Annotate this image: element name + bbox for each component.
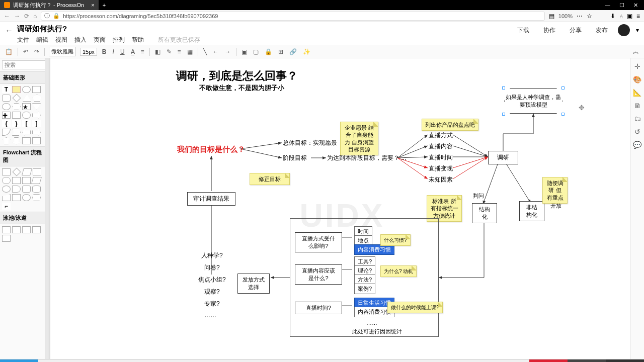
menu-icon[interactable]: ≡ [636,13,640,20]
plus-shape[interactable] [12,112,21,119]
bookmark-icon[interactable]: ☆ [587,13,592,20]
review-box[interactable]: 审计调查结果 [187,192,235,206]
q3-note[interactable]: 做什么的时候能上课? [387,302,443,313]
tri-down-shape[interactable] [32,103,41,110]
fc-store[interactable] [22,186,31,193]
structured-box[interactable]: 结构化 [472,203,497,223]
magic-icon[interactable]: ✨ [302,48,311,55]
home-icon[interactable]: ⌂ [33,13,37,20]
underline-icon[interactable]: U [119,48,126,55]
nav-icon[interactable]: ✛ [634,62,640,70]
front-icon[interactable]: ▣ [240,48,248,55]
footer-note[interactable]: 此处可进行因因统计 [352,328,402,335]
q1-box[interactable]: 直播方式受什么影响? [295,232,342,252]
star-shape[interactable]: ★ [22,103,31,110]
align-icon[interactable]: ≡ [140,48,145,55]
library-icon[interactable]: ⑃ [619,13,623,20]
corner-shape[interactable] [22,137,31,144]
canvas[interactable]: UIDX [50,58,630,359]
publish-button[interactable]: 发布 [592,25,612,36]
font-color-icon[interactable]: A̲ [130,48,136,55]
collab-button[interactable]: 协作 [539,25,559,36]
measure-icon[interactable]: 📐 [633,88,641,97]
download-icon[interactable]: ⬇ [610,13,615,20]
q3-box[interactable]: 直播时间? [295,302,342,314]
q2-box[interactable]: 直播内容应该是什么? [295,264,342,285]
font-select[interactable]: 微软雅黑 [49,47,76,56]
fc-data[interactable] [31,177,42,184]
fc-card[interactable] [12,194,21,201]
close-window-icon[interactable]: ✕ [633,2,638,9]
branch-4[interactable]: 未知因素 [429,175,453,184]
q2-d[interactable]: 案例? [354,284,375,294]
branch-3[interactable]: 直播变现 [429,164,453,173]
branch-1[interactable]: 直播内容 [429,142,453,151]
goal-label[interactable]: 我们的目标是什么？ [177,145,245,154]
ellipse-shape[interactable] [2,103,11,110]
avatar-chevron-icon[interactable]: ▾ [636,27,639,34]
lane-pool[interactable] [32,226,41,233]
arrow-r-shape[interactable] [32,112,41,119]
fc-io[interactable] [22,168,32,175]
menu-help[interactable]: 帮助 [132,36,144,44]
diagram-subtitle[interactable]: 不敢做生意，不是因为胆子小 [199,83,284,93]
chevron-shape[interactable] [12,129,21,136]
lane-v[interactable] [12,226,21,233]
fc-predef[interactable] [33,168,41,175]
hex-wrap[interactable]: 如果是人种学调查，需要预设模型 [504,88,562,114]
resize-handle-sw[interactable] [502,113,505,116]
layers-icon[interactable]: 🗂 [634,115,641,123]
lane-pool2[interactable] [2,235,11,242]
method-2[interactable]: 焦点小组? [198,276,226,284]
tri-shape[interactable] [23,95,31,102]
resize-handle-se[interactable] [561,113,565,116]
download-button[interactable]: 下载 [513,25,533,36]
close-tab-icon[interactable]: × [91,2,94,8]
arrow-u-shape[interactable] [2,137,11,144]
menu-view[interactable]: 视图 [55,36,67,44]
method-4[interactable]: 专家? [204,300,220,308]
group-flow[interactable]: Flowchart 流程图 [0,146,45,166]
method-select[interactable]: 发放方式选择 [237,274,270,294]
text-shape[interactable]: T [2,86,11,93]
method-5[interactable]: …… [204,312,216,319]
fc-connector[interactable] [2,186,11,193]
minimize-icon[interactable]: — [605,2,610,9]
arrow-start-icon[interactable]: ← [212,48,220,55]
line-color-icon[interactable]: ✎ [166,48,173,55]
fc-note[interactable]: ⌐ [2,203,11,210]
fc-display[interactable] [32,194,41,201]
note-products[interactable]: 列出你产品的盘点吧 [422,119,478,131]
canvas-scroll[interactable]: UIDX [45,58,630,359]
invite-button[interactable]: 👤 邀请协作者 [38,359,90,363]
fc-doc[interactable] [12,177,21,184]
hex-shape[interactable] [12,103,21,110]
research-box[interactable]: 调研 [488,151,518,164]
maximize-icon[interactable]: ☐ [619,2,624,9]
comment-icon[interactable]: 💬 [633,141,641,149]
page-icon[interactable]: 🗎 [634,102,641,110]
arrow-d-shape[interactable] [12,137,21,144]
group-icon[interactable]: ⊞ [277,48,284,55]
forward-icon[interactable]: → [14,13,20,20]
brace-r-shape[interactable]: } [12,120,21,127]
fc-decision[interactable] [13,168,21,176]
diagram-title[interactable]: 调研，到底是怎么回事？ [176,68,298,83]
note-cover[interactable]: 随便调研 但有重点 [542,177,568,204]
rect-shape[interactable] [32,86,41,93]
size-select[interactable]: 15px [80,48,97,56]
sidebar-icon[interactable]: ▣ [627,13,632,20]
reader-icon[interactable]: ▤ [549,13,554,20]
branch-0[interactable]: 直播方式 [429,131,453,140]
diamond-shape[interactable] [13,94,21,103]
follow-button[interactable]: 关注我们 [529,359,568,363]
url-field[interactable]: ⓘ 🔒 https://processon.com/diagraming/5ec… [41,12,545,21]
fc-sum[interactable] [22,194,31,201]
lock-icon[interactable]: 🔒 [264,48,273,55]
overall-goal[interactable]: 总体目标：实现愿景 [283,139,337,147]
menu-edit[interactable]: 编辑 [36,36,48,44]
avatar[interactable] [618,24,630,36]
arrow-l-shape[interactable] [22,129,31,136]
arrow-end-icon[interactable]: → [224,48,232,55]
menu-file[interactable]: 文件 [17,36,29,44]
